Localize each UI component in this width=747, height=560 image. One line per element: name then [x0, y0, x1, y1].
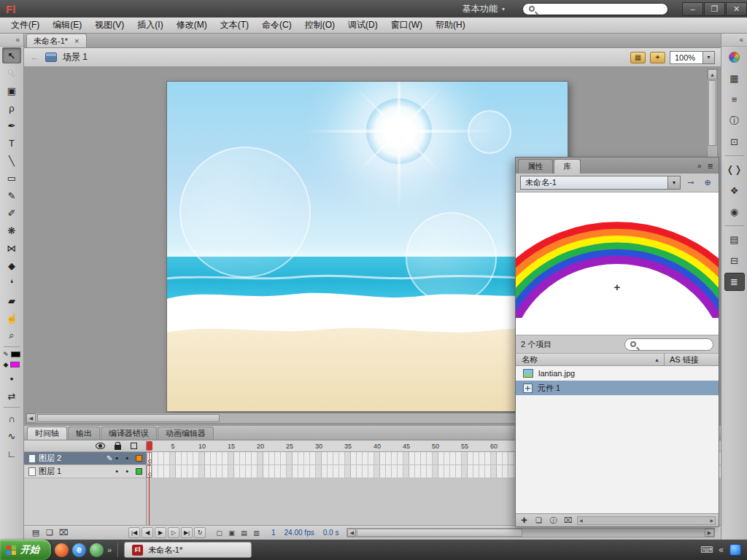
stroke-color-control[interactable]: ✎ [3, 351, 20, 358]
color-panel-button[interactable] [724, 48, 745, 66]
scroll-right-icon[interactable]: ▶ [705, 529, 714, 537]
document-tab[interactable]: 未命名-1* × [26, 34, 87, 47]
swap-colors-button[interactable]: ⇄ [2, 388, 21, 404]
text-tool-button[interactable]: T [2, 135, 21, 151]
playhead-line[interactable] [149, 452, 150, 525]
menu-modify[interactable]: 修改(M) [170, 17, 214, 34]
fill-color-swatch[interactable] [10, 362, 20, 368]
menu-help[interactable]: 帮助(H) [429, 17, 472, 34]
selection-tool-button[interactable]: ↖ [2, 47, 21, 63]
back-arrow-icon[interactable]: ← [30, 52, 39, 63]
pencil-tool-button[interactable]: ✎ [2, 187, 21, 203]
lasso-tool-button[interactable]: ρ [2, 100, 21, 116]
minimize-button[interactable]: – [682, 2, 703, 16]
step-back-button[interactable]: ◀ [142, 527, 153, 538]
panel-menu-icon[interactable]: ≣ [708, 162, 713, 170]
menu-control[interactable]: 控制(O) [298, 17, 341, 34]
column-linkage-header[interactable]: AS 链接 [665, 354, 719, 365]
tray-keyboard-icon[interactable]: ⌨ [700, 545, 713, 555]
menu-view[interactable]: 视图(V) [88, 17, 131, 34]
new-layer-button[interactable]: ▤ [30, 527, 42, 539]
snap-to-objects-button[interactable]: ∩ [2, 411, 21, 427]
bone-tool-button[interactable]: ⋈ [2, 240, 21, 256]
info-panel-button[interactable]: ⓘ [724, 112, 745, 130]
tab-properties[interactable]: 属性 [518, 159, 553, 174]
help-search-box[interactable] [522, 3, 668, 15]
subselection-tool-button[interactable]: ↖ [2, 65, 21, 81]
quick-launch-icon-1[interactable] [55, 543, 69, 557]
layer-row-2[interactable]: 图层 2 ✎ • • [24, 452, 146, 465]
code-snippets-panel-button[interactable]: ❬❭ [724, 160, 745, 179]
lock-icon[interactable] [115, 445, 121, 450]
timeline-horizontal-scrollbar[interactable]: ◀ ▶ [347, 528, 715, 537]
layer-name[interactable]: 图层 1 [39, 466, 112, 477]
black-white-button[interactable]: ▪ [2, 370, 21, 386]
transform-panel-button[interactable]: ⊡ [724, 133, 745, 151]
scenes-panel-button[interactable]: ⊟ [724, 252, 745, 270]
horizontal-scroll-thumb[interactable] [37, 414, 220, 422]
tab-output[interactable]: 输出 [68, 427, 100, 440]
pen-tool-button[interactable]: ✒ [2, 117, 21, 133]
onion-skin-button[interactable]: ▣ [226, 527, 237, 538]
tray-collapse-icon[interactable]: « [719, 545, 724, 555]
new-folder-button[interactable]: ❏ [533, 516, 544, 524]
tab-close-icon[interactable]: × [74, 36, 79, 45]
delete-layer-button[interactable]: ⌧ [58, 527, 69, 539]
chevron-down-icon[interactable]: ▾ [667, 176, 680, 189]
tab-motion-editor[interactable]: 动画编辑器 [158, 427, 214, 440]
new-library-panel-icon[interactable]: ⊕ [701, 177, 714, 189]
rectangle-tool-button[interactable]: ▭ [2, 170, 21, 186]
start-button[interactable]: 开始 [0, 540, 51, 560]
menu-window[interactable]: 窗口(W) [384, 17, 429, 34]
history-panel-button[interactable]: ≣ [724, 273, 745, 291]
scroll-right-icon[interactable]: ▶ [710, 518, 713, 523]
library-horizontal-scrollbar[interactable]: ◀ ▶ [577, 516, 716, 525]
step-forward-button[interactable]: ▷ [168, 527, 179, 538]
close-button[interactable]: ✕ [726, 2, 747, 16]
scroll-up-icon[interactable]: ▲ [708, 69, 717, 79]
edit-symbol-button[interactable]: ✦ [650, 52, 665, 63]
smooth-option-button[interactable]: ∿ [2, 428, 21, 444]
library-item-lantian[interactable]: lantian.jpg [516, 366, 719, 381]
swatches-panel-button[interactable]: ▦ [724, 69, 745, 88]
search-input[interactable] [538, 4, 662, 13]
column-name-header[interactable]: 名称 ▲ [516, 354, 664, 365]
new-symbol-button[interactable]: ✚ [519, 516, 530, 524]
library-item-symbol1[interactable]: 元件 1 [516, 381, 719, 395]
outline-icon[interactable] [131, 443, 137, 449]
tray-network-icon[interactable] [729, 544, 741, 556]
menu-commands[interactable]: 命令(C) [255, 17, 298, 34]
deco-tool-button[interactable]: ❋ [2, 222, 21, 238]
free-transform-tool-button[interactable]: ▣ [2, 82, 21, 98]
lock-dot[interactable]: • [125, 454, 128, 462]
center-frame-button[interactable]: ▢ [214, 527, 225, 538]
fill-color-control[interactable]: ◆ [4, 361, 20, 368]
eyedropper-tool-button[interactable]: ❛ [2, 275, 21, 291]
lock-dot[interactable]: • [125, 467, 128, 475]
vertical-scroll-thumb[interactable] [708, 80, 716, 146]
zoom-control[interactable]: 100% ▾ [670, 51, 715, 64]
first-frame-button[interactable]: |◀ [128, 527, 140, 538]
layer-row-1[interactable]: 图层 1 • • [24, 465, 146, 478]
workspace-switcher-button[interactable]: 基本功能 ▾ [455, 1, 512, 17]
menu-text[interactable]: 文本(T) [214, 17, 255, 34]
stage-canvas[interactable] [166, 81, 568, 412]
line-tool-button[interactable]: ╲ [2, 152, 21, 168]
motion-presets-panel-button[interactable]: ◉ [724, 203, 745, 221]
timeline-scroll-thumb[interactable] [357, 529, 522, 537]
scroll-left-icon[interactable]: ◀ [347, 529, 356, 537]
play-button[interactable]: ▶ [155, 527, 166, 538]
zoom-tool-button[interactable]: ⌕ [2, 327, 21, 343]
quick-launch-browser-icon[interactable]: e [72, 543, 86, 557]
menu-debug[interactable]: 调试(D) [341, 17, 384, 34]
onion-outline-button[interactable]: ▤ [239, 527, 249, 538]
library-search-box[interactable] [624, 338, 713, 351]
layer-outline-color[interactable] [136, 455, 142, 462]
frame-rate-value[interactable]: 24.00 fps [285, 529, 314, 537]
layer-name[interactable]: 图层 2 [39, 453, 104, 464]
align-panel-button[interactable]: ≡ [724, 90, 745, 109]
library-search-input[interactable] [639, 341, 708, 349]
straighten-option-button[interactable]: ∟ [2, 446, 21, 462]
brush-tool-button[interactable]: ✐ [2, 205, 21, 221]
visibility-dot[interactable]: • [115, 454, 118, 462]
